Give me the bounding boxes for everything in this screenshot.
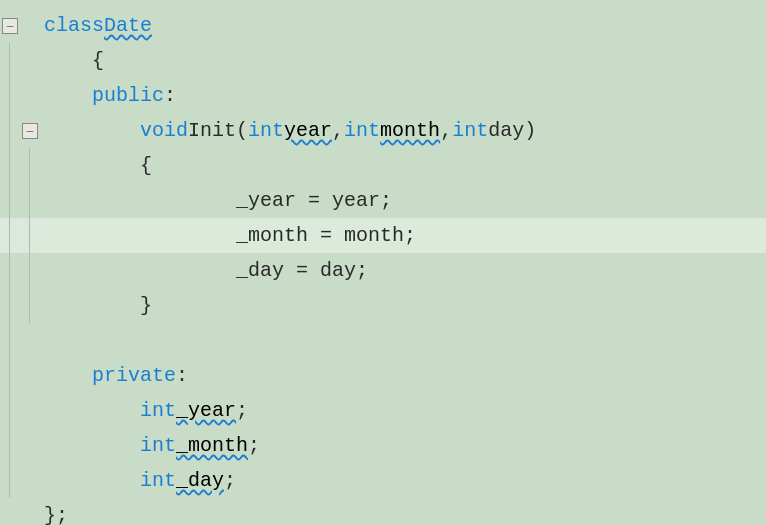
code-line-15: };	[0, 498, 766, 525]
keyword-int-3: int	[452, 119, 488, 142]
brace-init-close: }	[44, 294, 152, 317]
gutter-1b	[20, 8, 40, 43]
member-year: _year	[176, 399, 236, 422]
line-content-5: {	[40, 148, 152, 183]
code-line-12: int _year;	[0, 393, 766, 428]
code-line-11: private:	[0, 358, 766, 393]
param-month: month	[380, 119, 440, 142]
vline-7b	[29, 218, 30, 253]
vline-9b	[29, 288, 30, 323]
semi-day: ;	[224, 469, 236, 492]
assign-month: _month = month;	[44, 224, 416, 247]
colon-private: :	[176, 364, 188, 387]
gutter-6	[0, 183, 20, 218]
vline-13	[9, 428, 10, 463]
gutter-8b	[20, 253, 40, 288]
vline-6	[9, 183, 10, 218]
keyword-int-5: int	[140, 434, 176, 457]
gutter-2	[0, 43, 20, 78]
indent-13	[44, 434, 140, 457]
gutter-9b	[20, 288, 40, 323]
gutter-5	[0, 148, 20, 183]
empty-line	[44, 329, 56, 352]
comma-1: ,	[332, 119, 344, 142]
code-line-8: _day = day;	[0, 253, 766, 288]
gutter-4	[0, 113, 20, 148]
code-line-14: int _day;	[0, 463, 766, 498]
gutter-10	[0, 323, 20, 358]
gutter-3b	[20, 78, 40, 113]
assign-day: _day = day;	[44, 259, 368, 282]
keyword-public: public	[44, 84, 164, 107]
gutter-10b	[20, 323, 40, 358]
keyword-class: class	[44, 14, 104, 37]
gutter-5b	[20, 148, 40, 183]
vline-10	[9, 323, 10, 358]
code-line-5: {	[0, 148, 766, 183]
code-line-1: — class Date	[0, 8, 766, 43]
gutter-4b: —	[20, 113, 40, 148]
code-line-4: — void Init(int year, int month, int day…	[0, 113, 766, 148]
member-day: _day	[176, 469, 224, 492]
class-name-date: Date	[104, 14, 152, 37]
line-content-15: };	[40, 498, 68, 525]
semi-month: ;	[248, 434, 260, 457]
keyword-void: void	[140, 119, 188, 142]
code-line-6: _year = year;	[0, 183, 766, 218]
gutter-7	[0, 218, 20, 253]
assign-year: _year = year;	[44, 189, 392, 212]
vline-8b	[29, 253, 30, 288]
line-content-10	[40, 323, 56, 358]
gutter-8	[0, 253, 20, 288]
colon-public: :	[164, 84, 176, 107]
line-content-4: void Init(int year, int month, int day)	[40, 113, 536, 148]
gutter-3	[0, 78, 20, 113]
param-year: year	[284, 119, 332, 142]
class-close: };	[44, 504, 68, 525]
vline-12	[9, 393, 10, 428]
keyword-int-4: int	[140, 399, 176, 422]
line-content-6: _year = year;	[40, 183, 392, 218]
code-line-3: public:	[0, 78, 766, 113]
keyword-int-1: int	[248, 119, 284, 142]
keyword-private: private	[44, 364, 176, 387]
vline-3	[9, 78, 10, 113]
gutter-13b	[20, 428, 40, 463]
semi-year: ;	[236, 399, 248, 422]
code-line-10	[0, 323, 766, 358]
gutter-14b	[20, 463, 40, 498]
code-line-7: _month = month;	[0, 218, 766, 253]
line-content-2: {	[40, 43, 104, 78]
vline-14	[9, 463, 10, 498]
fold-button-init[interactable]: —	[22, 123, 38, 139]
vline-4	[9, 113, 10, 148]
indent-12	[44, 399, 140, 422]
gutter-14	[0, 463, 20, 498]
line-content-1: class Date	[40, 8, 152, 43]
code-editor: — class Date { public: —	[0, 0, 766, 525]
line-content-11: private:	[40, 358, 188, 393]
vline-2	[9, 43, 10, 78]
fold-button-class[interactable]: —	[2, 18, 18, 34]
keyword-int-6: int	[140, 469, 176, 492]
line-content-7: _month = month;	[40, 218, 766, 253]
indent-14	[44, 469, 140, 492]
line-content-12: int _year;	[40, 393, 248, 428]
brace-init-open: {	[44, 154, 152, 177]
vline-6b	[29, 183, 30, 218]
member-month: _month	[176, 434, 248, 457]
gutter-11	[0, 358, 20, 393]
gutter-7b	[20, 218, 40, 253]
vline-11	[9, 358, 10, 393]
gutter-13	[0, 428, 20, 463]
brace-open: {	[44, 49, 104, 72]
gutter-12b	[20, 393, 40, 428]
vline-5b	[29, 148, 30, 183]
gutter-2b	[20, 43, 40, 78]
gutter-11b	[20, 358, 40, 393]
keyword-int-2: int	[344, 119, 380, 142]
line-content-13: int _month;	[40, 428, 260, 463]
vline-7	[9, 218, 10, 253]
comma-2: ,	[440, 119, 452, 142]
vline-8	[9, 253, 10, 288]
